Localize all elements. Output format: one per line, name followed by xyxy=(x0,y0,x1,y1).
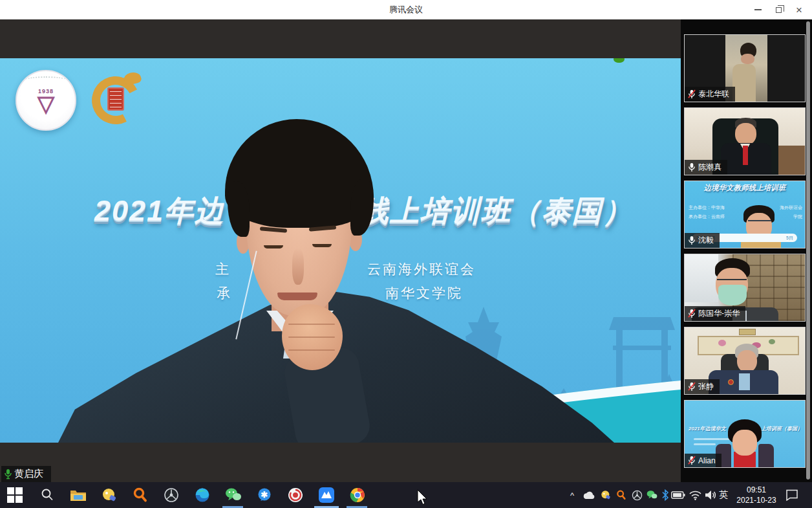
minimize-icon xyxy=(754,9,762,10)
speaker-name-badge: 黄启庆 xyxy=(1,466,51,482)
svg-text:✱: ✱ xyxy=(261,490,268,500)
window-controls: × xyxy=(747,0,809,19)
participant-name-badge: 泰北华联 xyxy=(685,87,735,102)
window-title: 腾讯会议 xyxy=(0,0,812,19)
tencent-meeting-icon xyxy=(318,487,335,503)
participant-tile[interactable]: 陈潮真 xyxy=(684,107,806,175)
main-video-huang-qiqing[interactable]: 1938 ▽ 2021年边 线上培训班（泰国） 主 云南海外联谊会 承 南华文学… xyxy=(0,58,681,443)
onedrive-tray-button[interactable] xyxy=(581,487,597,503)
participant-name: 陈潮真 xyxy=(698,162,721,173)
sogou-button[interactable] xyxy=(101,487,118,503)
sogou-icon xyxy=(601,490,611,500)
mic-on-icon xyxy=(688,162,696,172)
participant-name: Alian xyxy=(698,456,716,465)
speaker-hand xyxy=(282,304,343,370)
speaker-nose xyxy=(292,248,304,285)
participant-tile[interactable]: 泰北华联 xyxy=(684,34,806,102)
participant-name: 张静 xyxy=(698,381,714,392)
file-explorer-button[interactable] xyxy=(70,487,87,503)
orange-search-button[interactable] xyxy=(132,487,149,503)
tile-slide-title: 上培训班（泰国） xyxy=(761,425,802,432)
close-button[interactable]: × xyxy=(789,0,809,19)
recorder-button[interactable] xyxy=(287,487,304,503)
speaker-mouth xyxy=(277,293,317,300)
tim-icon: ✱ xyxy=(257,487,272,503)
tile-slide-title: 2021年边境华文 xyxy=(689,425,726,432)
restore-icon xyxy=(776,7,782,13)
edge-button[interactable] xyxy=(194,487,211,503)
participant-name: 泰北华联 xyxy=(698,89,729,100)
mic-on-icon xyxy=(688,236,696,245)
search-icon xyxy=(40,488,54,502)
bluetooth-icon xyxy=(661,489,669,501)
participant-tile[interactable]: 张静 xyxy=(684,327,806,395)
speaker-eye xyxy=(264,245,283,248)
participant-name: 陈国华-崇华 xyxy=(698,308,740,319)
tencent-meeting-button[interactable] xyxy=(318,487,335,503)
steering-wheel-icon xyxy=(164,487,179,503)
wifi-icon xyxy=(689,491,701,500)
panel-scrollbar[interactable] xyxy=(806,21,810,480)
participant-tile[interactable]: 陈国华-崇华 xyxy=(684,254,806,322)
mouse-cursor xyxy=(417,490,427,505)
tile-slide-date: 5日 xyxy=(786,235,793,241)
tile-slide-line: 海外联谊会 xyxy=(780,204,802,211)
action-center-icon xyxy=(785,489,798,501)
sogou-icon xyxy=(102,487,117,503)
mic-muted-icon xyxy=(688,456,696,465)
window-titlebar: 腾讯会议 × xyxy=(0,0,812,19)
wechat-button[interactable] xyxy=(225,487,242,503)
participant-tile[interactable]: 2021年边境华文 上培训班（泰国） Alian xyxy=(684,400,806,468)
wechat-icon xyxy=(225,487,242,503)
steering-wheel-icon xyxy=(632,490,643,501)
mic-muted-icon xyxy=(688,89,696,99)
battery-tray-button[interactable] xyxy=(670,487,687,503)
taskbar-search-button[interactable] xyxy=(39,487,56,503)
participant-tile[interactable]: 边境华文教师线上培训班 主办单位：中华海 海外联谊会 承办单位：云南师 学院 2… xyxy=(684,181,806,248)
taskbar-clock[interactable]: 09:51 2021-10-23 xyxy=(732,484,781,506)
action-center-button[interactable] xyxy=(784,487,800,503)
folder-icon xyxy=(70,488,87,502)
minimize-button[interactable] xyxy=(747,0,768,19)
input-method-indicator[interactable]: 英 xyxy=(715,487,732,503)
mic-muted-icon xyxy=(688,309,696,318)
participant-name-badge: 沈毅 xyxy=(685,233,720,248)
hidden-icons-chevron[interactable]: ^ xyxy=(566,487,578,503)
tile-slide-line: 主办单位：中华海 xyxy=(689,204,725,211)
speaker-eye xyxy=(312,244,332,247)
yunnan-normal-university-logo: 1938 ▽ xyxy=(16,70,76,131)
speaker-name: 黄启庆 xyxy=(14,468,43,480)
chrome-icon xyxy=(350,487,365,503)
orange-magnifier-icon xyxy=(616,490,626,500)
battery-icon xyxy=(671,491,685,499)
cloud-icon xyxy=(582,491,595,500)
org-line1-left: 主 xyxy=(215,260,231,278)
participants-panel: 泰北华联 陈潮真 边境华文教师线上培训班 主办单位：中华海 海外联谊会 承办单位… xyxy=(681,19,812,482)
logo-triangle-emblem: ▽ xyxy=(37,94,54,113)
chrome-button[interactable] xyxy=(349,487,366,503)
participant-name-badge: 张静 xyxy=(685,379,720,394)
orange-magnifier-icon xyxy=(133,487,148,503)
recorder-icon xyxy=(288,487,303,503)
org-line2-left: 承 xyxy=(217,284,232,302)
main-stage: 1938 ▽ 2021年边 线上培训班（泰国） 主 云南海外联谊会 承 南华文学… xyxy=(0,19,681,482)
tim-button[interactable]: ✱ xyxy=(256,487,273,503)
sogou-tray-button[interactable] xyxy=(597,487,614,503)
steering-wheel-button[interactable] xyxy=(163,487,180,503)
windows-taskbar: ✱ ^ xyxy=(0,482,812,508)
participant-name-badge: 陈潮真 xyxy=(685,160,727,175)
participant-name: 沈毅 xyxy=(698,235,714,246)
tile-slide-line: 学院 xyxy=(793,214,802,220)
red-seal-icon xyxy=(107,87,124,111)
tray-time: 09:51 xyxy=(747,485,766,495)
orange-search-tray-button[interactable] xyxy=(613,487,630,503)
start-button[interactable] xyxy=(6,487,23,503)
restore-button[interactable] xyxy=(768,0,789,19)
org-line2-right: 南华文学院 xyxy=(385,284,463,302)
edge-icon xyxy=(195,487,210,503)
participant-name-badge: 陈国华-崇华 xyxy=(685,306,745,321)
windows-logo-icon xyxy=(7,487,23,503)
wifi-tray-button[interactable] xyxy=(687,487,703,503)
green-dot xyxy=(614,58,625,63)
slide-title-right: 线上培训班（泰国） xyxy=(359,192,633,230)
